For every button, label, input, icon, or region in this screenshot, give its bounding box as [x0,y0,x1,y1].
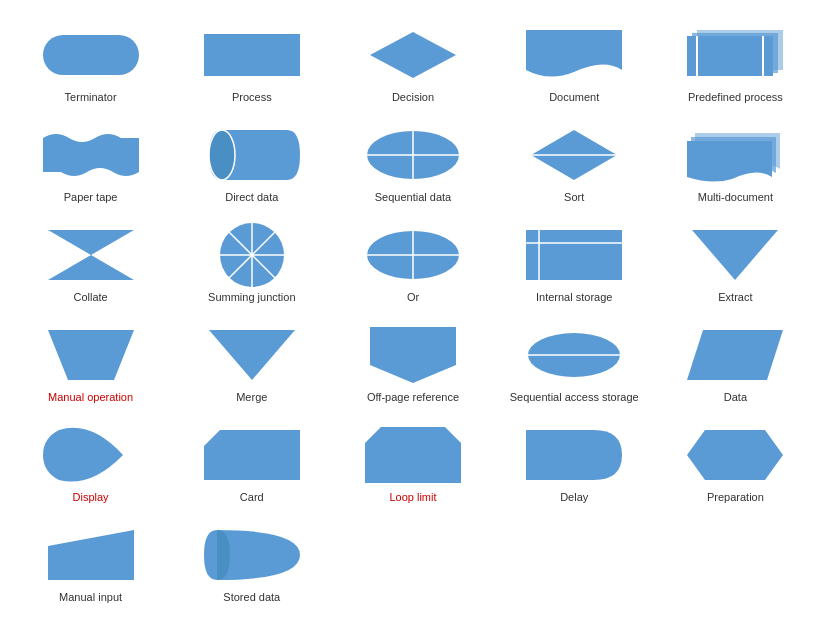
label-sort: Sort [564,190,584,204]
label-loop-limit: Loop limit [389,490,436,504]
shape-terminator [14,24,167,86]
cell-card: Card [171,410,332,510]
svg-marker-34 [365,427,461,483]
shape-data [659,324,812,386]
label-delay: Delay [560,490,588,504]
cell-paper-tape: Paper tape [10,110,171,210]
label-process: Process [232,90,272,104]
shape-sequential-access-storage [498,324,651,386]
cell-collate: Collate [10,210,171,310]
cell-preparation: Preparation [655,410,816,510]
cell-decision: Decision [332,10,493,110]
label-preparation: Preparation [707,490,764,504]
label-predefined-process: Predefined process [688,90,783,104]
cell-sequential-access-storage: Sequential access storage [494,310,655,410]
label-paper-tape: Paper tape [64,190,118,204]
svg-rect-5 [687,36,773,76]
cell-empty-1 [332,510,493,610]
shape-stored-data [175,524,328,586]
svg-rect-0 [43,35,139,75]
cell-display: Display [10,410,171,510]
label-decision: Decision [392,90,434,104]
cell-predefined-process: Predefined process [655,10,816,110]
svg-marker-30 [370,327,456,383]
shape-decision [336,24,489,86]
cell-internal-storage: Internal storage [494,210,655,310]
cell-merge: Merge [171,310,332,410]
label-sequential-access-storage: Sequential access storage [510,390,639,404]
shape-multi-document [659,124,812,186]
label-terminator: Terminator [65,90,117,104]
shape-delay [498,424,651,486]
label-internal-storage: Internal storage [536,290,612,304]
label-document: Document [549,90,599,104]
label-stored-data: Stored data [223,590,280,604]
cell-off-page-reference: Off-page reference [332,310,493,410]
cell-extract: Extract [655,210,816,310]
cell-loop-limit: Loop limit [332,410,493,510]
shape-merge [175,324,328,386]
shape-off-page-reference [336,324,489,386]
shape-preparation [659,424,812,486]
svg-rect-24 [526,230,622,280]
shape-extract [659,224,812,286]
shape-card [175,424,328,486]
cell-empty-3 [655,510,816,610]
label-extract: Extract [718,290,752,304]
cell-direct-data: Direct data [171,110,332,210]
shape-paper-tape [14,124,167,186]
label-sequential-data: Sequential data [375,190,451,204]
label-summing-junction: Summing junction [208,290,295,304]
shape-display [14,424,167,486]
cell-manual-operation: Manual operation [10,310,171,410]
svg-marker-2 [370,32,456,78]
label-direct-data: Direct data [225,190,278,204]
shape-manual-operation [14,324,167,386]
shape-or [336,224,489,286]
label-merge: Merge [236,390,267,404]
svg-rect-1 [204,34,300,76]
label-display: Display [73,490,109,504]
label-card: Card [240,490,264,504]
shape-process [175,24,328,86]
svg-marker-27 [692,230,778,280]
shape-direct-data [175,124,328,186]
cell-process: Process [171,10,332,110]
shape-manual-input [14,524,167,586]
svg-marker-36 [48,530,134,580]
cell-document: Document [494,10,655,110]
cell-delay: Delay [494,410,655,510]
label-manual-operation: Manual operation [48,390,133,404]
shape-summing-junction [175,224,328,286]
cell-stored-data: Stored data [171,510,332,610]
label-manual-input: Manual input [59,590,122,604]
label-or: Or [407,290,419,304]
shape-collate [14,224,167,286]
shapes-grid: Terminator Process Decision Document [10,10,816,610]
cell-terminator: Terminator [10,10,171,110]
cell-sequential-data: Sequential data [332,110,493,210]
shape-internal-storage [498,224,651,286]
shape-document [498,24,651,86]
svg-marker-29 [209,330,295,380]
svg-marker-15 [48,230,134,280]
shape-sequential-data [336,124,489,186]
label-collate: Collate [73,290,107,304]
svg-marker-35 [687,430,783,480]
label-data: Data [724,390,747,404]
shape-sort [498,124,651,186]
label-multi-document: Multi-document [698,190,773,204]
svg-marker-33 [687,330,783,380]
cell-manual-input: Manual input [10,510,171,610]
shape-predefined-process [659,24,812,86]
cell-sort: Sort [494,110,655,210]
cell-empty-2 [494,510,655,610]
shape-loop-limit [336,424,489,486]
label-off-page-reference: Off-page reference [367,390,459,404]
svg-marker-28 [48,330,134,380]
cell-or: Or [332,210,493,310]
cell-multi-document: Multi-document [655,110,816,210]
cell-summing-junction: Summing junction [171,210,332,310]
cell-data: Data [655,310,816,410]
